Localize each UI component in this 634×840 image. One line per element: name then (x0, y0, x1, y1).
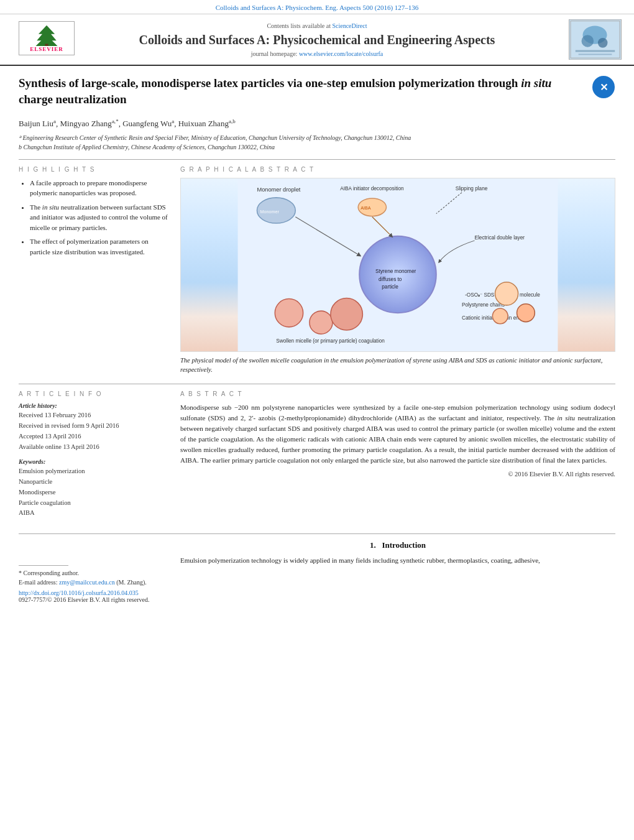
keyword-1: Emulsion polymerization (19, 466, 168, 477)
journal-url[interactable]: www.elsevier.com/locate/colsurfa (299, 50, 383, 57)
keyword-5: AIBA (19, 508, 168, 519)
article-title: Synthesis of large-scale, monodisperse l… (19, 75, 582, 107)
svg-text:AIBA: AIBA (361, 205, 371, 211)
received-date: Received 13 February 2016 (19, 410, 168, 421)
svg-text:Monomer: Monomer (260, 208, 280, 214)
doi-link[interactable]: http://dx.doi.org/10.1016/j.colsurfa.201… (19, 589, 168, 596)
abstract-text: Monodisperse sub −200 nm polystyrene nan… (180, 402, 615, 466)
svg-text:diffuses to: diffuses to (379, 276, 402, 282)
crossmark-badge[interactable]: ✕ (592, 75, 615, 99)
svg-point-33 (492, 308, 508, 324)
graphical-abstract-caption: The physical model of the swollen micell… (180, 356, 615, 376)
highlight-item-2: The in situ neutralization between surfa… (30, 202, 168, 233)
highlights-graphical-section: H I G H L I G H T S A facile approach to… (19, 166, 615, 376)
revised-date: Received in revised form 9 April 2016 (19, 421, 168, 432)
affiliations: ᵃ Engineering Research Center of Synthet… (19, 133, 615, 152)
graphical-abstract-image: Monomer droplet Monomer AIBA initiator d… (180, 178, 615, 352)
issn-line: 0927-7757/© 2016 Elsevier B.V. All right… (19, 596, 168, 603)
keyword-2: Nanoparticle (19, 477, 168, 487)
svg-text:particle: particle (382, 284, 398, 290)
svg-point-19 (359, 236, 436, 313)
highlight-item-3: The effect of polymerization parameters … (30, 236, 168, 257)
journal-homepage: journal homepage: www.elsevier.com/locat… (81, 50, 553, 57)
svg-point-6 (582, 35, 594, 47)
email-person: (M. Zhang). (116, 579, 147, 586)
history-label: Article history: (19, 402, 168, 409)
article-history-group: Article history: Received 13 February 20… (19, 402, 168, 452)
journal-thumbnail (569, 19, 622, 60)
journal-citation: Colloids and Surfaces A: Physicochem. En… (216, 4, 419, 11)
article-info-abstract-section: A R T I C L E I N F O Article history: R… (19, 384, 615, 525)
email-label: E-mail address: (19, 579, 57, 586)
abstract-label: A B S T R A C T (180, 390, 615, 397)
article-title-section: Synthesis of large-scale, monodisperse l… (19, 75, 615, 112)
elsevier-text: ELSEVIER (30, 46, 63, 52)
article-info-left: A R T I C L E I N F O Article history: R… (19, 390, 168, 525)
svg-point-28 (331, 298, 362, 330)
keyword-4: Particle coagulation (19, 498, 168, 509)
elsevier-logo: ELSEVIER (19, 21, 75, 55)
highlights-col: H I G H L I G H T S A facile approach to… (19, 166, 168, 376)
svg-point-7 (598, 38, 608, 48)
introduction-section: * Corresponding author. E-mail address: … (19, 540, 615, 603)
header-center: Contents lists available at ScienceDirec… (81, 22, 553, 57)
sciencedirect-link[interactable]: ScienceDirect (332, 22, 367, 29)
introduction-title: 1. Introduction (180, 540, 615, 550)
email-link[interactable]: zmy@mailccut.edu.cn (59, 579, 115, 586)
authors-line: Baijun Liua, Mingyao Zhanga,*, Guangfeng… (19, 118, 615, 129)
in-situ-text: in situ (521, 76, 551, 90)
svg-point-26 (275, 298, 303, 326)
affiliation-a: ᵃ Engineering Research Center of Synthet… (19, 133, 615, 142)
svg-text:Polystyrene chains: Polystyrene chains (462, 302, 505, 308)
graphical-abstract-label: G R A P H I C A L A B S T R A C T (180, 166, 615, 173)
header-left: ELSEVIER (12, 21, 81, 58)
accepted-date: Accepted 13 April 2016 (19, 432, 168, 442)
svg-text:Monomer droplet: Monomer droplet (257, 186, 300, 192)
keyword-3: Monodisperse (19, 487, 168, 498)
article-body: Synthesis of large-scale, monodisperse l… (0, 66, 634, 609)
abstract-col: A B S T R A C T Monodisperse sub −200 nm… (180, 390, 615, 525)
crossmark-icon: ✕ (592, 76, 615, 98)
sciencedirect-line: Contents lists available at ScienceDirec… (81, 22, 553, 29)
footnotes-col: * Corresponding author. E-mail address: … (19, 540, 168, 603)
journal-title: Colloids and Surfaces A: Physicochemical… (81, 32, 553, 48)
email-line: E-mail address: zmy@mailccut.edu.cn (M. … (19, 579, 168, 586)
highlights-label: H I G H L I G H T S (19, 166, 168, 173)
svg-point-31 (495, 282, 518, 305)
footnote-rule (19, 565, 68, 566)
svg-rect-8 (576, 50, 615, 52)
available-date: Available online 13 April 2016 (19, 442, 168, 453)
journal-citation-bar: Colloids and Surfaces A: Physicochem. En… (0, 0, 634, 14)
svg-text:Styrene monomer: Styrene monomer (375, 269, 416, 274)
highlights-list: A facile approach to prepare monodispers… (19, 178, 168, 257)
svg-text:Swollen micelle (or primary pa: Swollen micelle (or primary particle) co… (276, 338, 385, 343)
keywords-group: Keywords: Emulsion polymerization Nanopa… (19, 458, 168, 519)
header-right (553, 19, 622, 60)
svg-text:AIBA initiator decomposition: AIBA initiator decomposition (340, 185, 404, 191)
svg-text:Electrical double layer: Electrical double layer (475, 234, 525, 240)
affiliation-b: b Changchun Institute of Applied Chemist… (19, 142, 615, 152)
svg-rect-9 (579, 53, 612, 55)
article-info-label: A R T I C L E I N F O (19, 390, 168, 397)
highlight-item-1: A facile approach to prepare monodispers… (30, 178, 168, 198)
keywords-label: Keywords: (19, 458, 168, 465)
corresponding-author-note: * Corresponding author. (19, 570, 168, 576)
introduction-content: 1. Introduction Emulsion polymerization … (180, 540, 615, 603)
graphical-abstract-col: G R A P H I C A L A B S T R A C T Monome… (180, 166, 615, 376)
copyright-notice: © 2016 Elsevier B.V. All rights reserved… (180, 471, 615, 478)
svg-point-27 (310, 311, 333, 334)
bottom-divider (19, 533, 615, 534)
divider-1 (19, 159, 615, 160)
svg-point-32 (517, 303, 535, 321)
intro-title-text: Introduction (382, 540, 426, 550)
intro-number: 1. (370, 540, 376, 550)
svg-text:Slipping plane: Slipping plane (456, 185, 488, 191)
journal-header: ELSEVIER Contents lists available at Sci… (0, 14, 634, 66)
introduction-text: Emulsion polymerization technology is wi… (180, 555, 615, 566)
